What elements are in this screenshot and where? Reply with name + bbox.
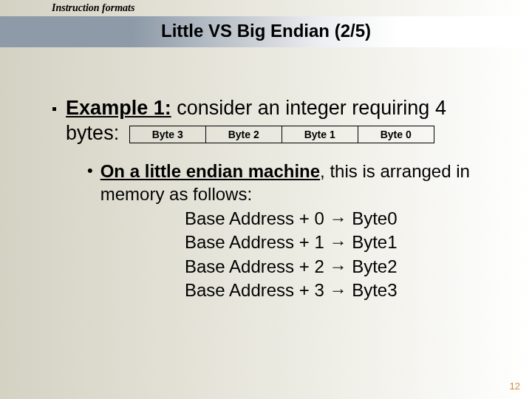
square-bullet-icon: ▪︎ bbox=[52, 96, 57, 121]
sub-bullet-text: On a little endian machine, this is arra… bbox=[100, 160, 502, 205]
sub-bullet: • On a little endian machine, this is ar… bbox=[87, 160, 502, 205]
byte-row: Byte 3 Byte 2 Byte 1 Byte 0 bbox=[129, 126, 434, 143]
mapping-line: Base Address + 2 → Byte2 bbox=[185, 255, 502, 279]
byte-cell: Byte 1 bbox=[282, 126, 358, 143]
byte-cell: Byte 2 bbox=[205, 126, 282, 143]
mapping-line: Base Address + 0 → Byte0 bbox=[185, 207, 502, 231]
sub-bullet-emph: On a little endian machine bbox=[100, 161, 320, 181]
slide-title: Little VS Big Endian (2/5) bbox=[0, 21, 532, 41]
mapping-line: Base Address + 1 → Byte1 bbox=[185, 231, 502, 254]
main-bullet-text: Example 1: consider an integer requiring… bbox=[66, 96, 502, 146]
page-number: 12 bbox=[510, 381, 520, 392]
content-area: ▪︎ Example 1: consider an integer requir… bbox=[52, 96, 502, 302]
byte-cell: Byte 0 bbox=[358, 126, 434, 143]
byte-cell: Byte 3 bbox=[129, 126, 206, 143]
section-header: Instruction formats bbox=[52, 2, 134, 14]
example-label: Example 1: bbox=[66, 97, 171, 119]
dot-bullet-icon: • bbox=[87, 160, 93, 182]
mapping-list: Base Address + 0 → Byte0 Base Address + … bbox=[185, 207, 502, 303]
main-bullet: ▪︎ Example 1: consider an integer requir… bbox=[52, 96, 502, 146]
mapping-line: Base Address + 3 → Byte3 bbox=[185, 279, 502, 302]
